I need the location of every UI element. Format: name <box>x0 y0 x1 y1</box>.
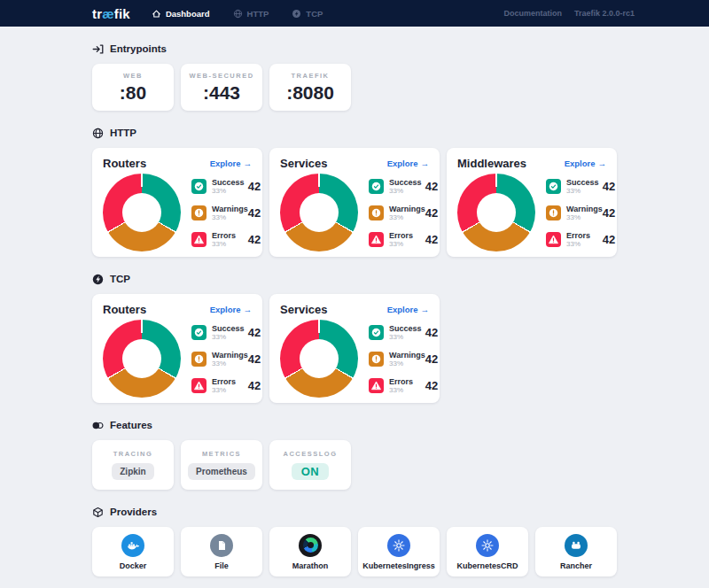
provider-label: KubernetesIngress <box>362 561 435 570</box>
feature-value-badge: Prometheus <box>188 463 255 480</box>
panel-title: Services <box>280 303 328 316</box>
entrypoint-port: :443 <box>203 82 240 104</box>
legend-percent: 33% <box>389 240 413 248</box>
entrypoint-card-web: WEB :80 <box>92 64 174 111</box>
legend-item-warnings: Warnings33% 42 <box>191 351 261 368</box>
status-donut-chart <box>103 174 181 251</box>
sign-in-icon <box>92 43 104 55</box>
tcp-routers-panel: Routers Explore → Success33% 42 <box>92 294 262 403</box>
legend-item-warnings: Warnings33% 42 <box>369 351 438 368</box>
explore-label: Explore <box>565 159 596 168</box>
explore-link[interactable]: Explore → <box>565 159 606 168</box>
entrypoint-port: :80 <box>120 82 146 104</box>
legend-value: 42 <box>248 180 261 193</box>
http-services-panel: Services Explore → Success33% 42 <box>269 148 440 257</box>
file-document-icon <box>210 534 233 557</box>
provider-label: Rancher <box>560 561 592 570</box>
entrypoints-section: Entrypoints WEB :80 WEB-SECURED :443 TRA… <box>92 43 617 111</box>
nav-item-http[interactable]: HTTP <box>233 9 269 19</box>
legend-percent: 33% <box>566 240 590 248</box>
legend-name: Success <box>212 178 245 187</box>
nav-item-dashboard[interactable]: Dashboard <box>152 9 210 19</box>
legend-value: 42 <box>425 352 438 366</box>
legend-value: 42 <box>248 379 261 392</box>
warning-circle-icon <box>546 205 561 220</box>
section-title: Entrypoints <box>110 43 167 55</box>
status-legend: Success33% 42 Warnings33% 42 Errors33% 4… <box>546 178 615 248</box>
warning-circle-icon <box>191 352 206 367</box>
explore-link[interactable]: Explore → <box>387 159 429 168</box>
http-header: HTTP <box>92 127 617 139</box>
legend-item-errors: Errors33% 42 <box>191 377 261 394</box>
providers-section: Providers Docker File Marathon <box>92 506 617 576</box>
nav-item-tcp[interactable]: TCP <box>292 9 323 19</box>
provider-card-file: File <box>181 527 262 576</box>
package-icon <box>92 507 104 518</box>
success-check-icon <box>369 179 384 194</box>
success-check-icon <box>191 325 206 340</box>
feature-card-tracing: TRACING Zipkin <box>92 440 174 490</box>
status-donut-chart <box>280 174 358 251</box>
legend-name: Success <box>389 324 422 333</box>
nav-right: Documentation Traefik 2.0.0-rc1 <box>503 9 635 18</box>
legend-value: 42 <box>425 180 438 193</box>
http-routers-panel: Routers Explore → Success33% 42 <box>92 148 262 257</box>
entrypoint-label: TRAEFIK <box>292 72 330 80</box>
legend-name: Success <box>566 178 599 187</box>
status-donut-chart <box>280 320 358 398</box>
feature-card-accesslog: ACCESSLOG ON <box>269 440 351 490</box>
tcp-header: TCP <box>92 273 617 285</box>
legend-percent: 33% <box>212 240 236 248</box>
explore-link[interactable]: Explore → <box>210 159 252 168</box>
legend-name: Errors <box>389 231 413 240</box>
warning-circle-icon <box>369 205 384 220</box>
legend-name: Errors <box>566 231 590 240</box>
explore-label: Explore <box>387 305 418 314</box>
explore-label: Explore <box>210 305 241 314</box>
provider-card-kubernetes-crd: KubernetesCRD <box>447 527 528 576</box>
nav-label: HTTP <box>247 9 269 19</box>
status-legend: Success33% 42 Warnings33% 42 Errors33% 4… <box>369 178 438 248</box>
error-triangle-icon <box>546 232 561 247</box>
section-title: TCP <box>110 273 130 285</box>
rancher-logo-icon <box>565 534 588 557</box>
legend-name: Warnings <box>212 351 248 360</box>
success-check-icon <box>369 325 384 340</box>
legend-value: 42 <box>425 233 438 246</box>
status-legend: Success33% 42 Warnings33% 42 Errors33% 4… <box>369 324 438 394</box>
legend-percent: 33% <box>212 360 248 368</box>
legend-value: 42 <box>425 326 438 339</box>
provider-card-docker: Docker <box>92 527 174 576</box>
tcp-section: TCP Routers Explore → Success33% <box>92 273 617 403</box>
documentation-link[interactable]: Documentation <box>503 9 562 18</box>
arrow-right-icon: → <box>598 159 607 168</box>
legend-percent: 33% <box>389 213 425 221</box>
features-grid: TRACING Zipkin METRICS Prometheus ACCESS… <box>92 440 617 490</box>
provider-label: Docker <box>120 561 147 570</box>
legend-value: 42 <box>248 233 261 246</box>
entrypoints-header: Entrypoints <box>92 43 617 55</box>
legend-percent: 33% <box>389 360 425 368</box>
legend-value: 42 <box>603 206 615 220</box>
legend-item-success: Success33% 42 <box>191 324 261 341</box>
traefik-logo[interactable]: træfik <box>92 6 130 21</box>
version-label: Traefik 2.0.0-rc1 <box>574 9 635 18</box>
logo-prefix: tr <box>92 6 102 21</box>
legend-item-warnings: Warnings33% 42 <box>546 205 615 221</box>
explore-link[interactable]: Explore → <box>210 305 252 314</box>
success-check-icon <box>191 179 206 194</box>
legend-value: 42 <box>248 206 261 220</box>
section-title: Features <box>110 419 152 431</box>
legend-name: Warnings <box>389 205 425 213</box>
entrypoints-grid: WEB :80 WEB-SECURED :443 TRAEFIK :8080 <box>92 64 617 111</box>
panel-title: Routers <box>103 157 146 170</box>
legend-value: 42 <box>425 379 438 392</box>
legend-percent: 33% <box>389 187 422 195</box>
legend-percent: 33% <box>566 187 599 195</box>
section-title: HTTP <box>110 127 136 139</box>
feature-card-metrics: METRICS Prometheus <box>181 440 262 490</box>
tcp-panels-grid: Routers Explore → Success33% 42 <box>92 294 617 403</box>
legend-name: Success <box>389 178 422 187</box>
explore-link[interactable]: Explore → <box>387 305 429 314</box>
nav-label: TCP <box>306 9 323 19</box>
